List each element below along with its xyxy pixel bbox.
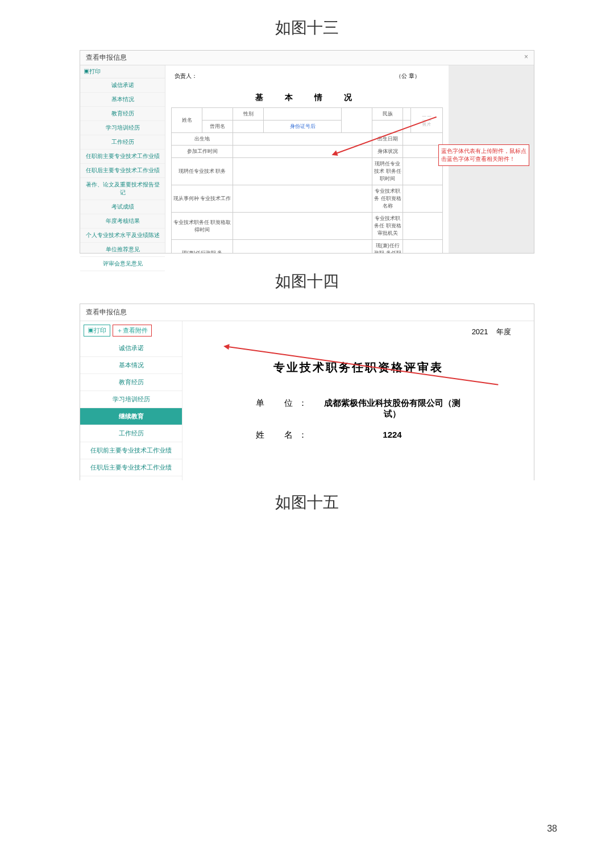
sidebar-item[interactable]: 教育经历 [80, 107, 165, 121]
cell-cjgzsj: 参加工作时间 [172, 146, 233, 158]
ss1-window-header: 查看申报信息 × [80, 51, 534, 65]
sidebar-item[interactable]: 个人专业技术水平及业绩陈述 [80, 229, 165, 243]
sidebar-item[interactable]: 基本情况 [80, 93, 165, 107]
page-number: 38 [547, 824, 557, 834]
cell-xpzyjs: 现聘任专业技术 职务 [172, 158, 233, 185]
ss1-sidebar: ▣打印 诚信承诺 基本情况 教育经历 学习培训经历 工作经历 任职前主要专业技术… [80, 65, 165, 253]
cell-mz: 民族 [372, 108, 403, 121]
print-button[interactable]: ▣打印 [84, 325, 110, 337]
sidebar-item[interactable]: 任职后主要专业技术工作业绩 [80, 459, 182, 476]
fig14-caption: 如图十四 [0, 271, 614, 292]
fig15-caption: 如图十五 [0, 492, 614, 513]
cell-cym: 曾用名 [202, 121, 233, 133]
annotation-callout: 蓝色字体代表有上传附件，鼠标点击蓝色字体可查看相关附件！ [438, 144, 529, 166]
cell-csd: 出生地 [172, 133, 233, 146]
unit-value: 成都紫极伟业科技股份有限公司（测试） [318, 398, 466, 420]
sidebar-item-active[interactable]: 继续教育 [80, 408, 182, 425]
year-line: 2021 年度 [194, 327, 522, 337]
sidebar-item[interactable]: 著作、论文及重要技术报告登记 [80, 178, 165, 200]
sidebar-item[interactable]: 基本情况 [80, 357, 182, 374]
ss1-window-title: 查看申报信息 [86, 53, 127, 63]
year-suffix: 年度 [496, 327, 511, 336]
cell-xb: 性别 [233, 108, 264, 121]
ss2-main: 2021 年度 专业技术职务任职资格评审表 单 位： 成都紫极伟业科技股份有限公… [182, 321, 534, 480]
cell-zyjszgjg: 专业技术职务任 职资格审批机关 [372, 213, 403, 240]
sidebar-item[interactable]: 学习培训经历 [80, 121, 165, 135]
view-attachments-button[interactable]: ＋查看附件 [113, 325, 152, 337]
ss2-window-header: 查看申报信息 [80, 304, 534, 321]
sidebar-item[interactable]: 诚信承诺 [80, 78, 165, 93]
cell-xcshz: 现从事何种 专业技术工作 [172, 185, 233, 213]
fzr-label: 负责人： [175, 72, 197, 80]
sidebar-item[interactable]: 年度考核结果 [80, 214, 165, 229]
name-label: 姓 名： [250, 430, 318, 441]
cell-sfzh[interactable]: 身份证号后 [264, 121, 342, 133]
cell-xpzyjssj: 现聘任专业技术 职务任职时间 [372, 158, 403, 185]
sidebar-item[interactable]: 任职后主要专业技术工作业绩 [80, 164, 165, 178]
fig13-caption: 如图十三 [0, 17, 614, 39]
sidebar-item[interactable]: 著作、论文及重要技术报告登记 [80, 476, 182, 480]
section-title: 基 本 情 况 [171, 93, 443, 103]
year-value: 2021 [472, 327, 488, 336]
sidebar-item[interactable]: 任职前主要专业技术工作业绩 [80, 442, 182, 459]
cell-xjrxzsj: 现(兼)任行政职 务任职时间 [372, 240, 403, 254]
cell-zyjszg: 专业技术职务任 职资格取得时间 [172, 213, 233, 240]
stamp-hint: （公 章） [396, 72, 420, 80]
cell-xm: 姓名 [172, 108, 202, 133]
sidebar-item[interactable]: 工作经历 [80, 425, 182, 442]
sidebar-item[interactable]: 单位推荐意见 [80, 243, 165, 257]
sidebar-item[interactable]: 学习培训经历 [80, 391, 182, 408]
ss1-main: 负责人： （公 章） 基 本 情 况 姓名 性别 民族 — —— —照 片 曾用… [165, 65, 449, 253]
screenshot-14: 查看申报信息 ▣打印 ＋查看附件 诚信承诺 基本情况 教育经历 学习培训经历 继… [80, 304, 534, 480]
sidebar-item[interactable]: 教育经历 [80, 374, 182, 391]
close-icon[interactable]: × [524, 53, 528, 63]
name-value: 1224 [318, 430, 466, 441]
sidebar-item[interactable]: 任职前主要专业技术工作业绩 [80, 149, 165, 164]
cell-xjrxz: 现(兼)任行政职 务 [172, 240, 233, 254]
form-title: 专业技术职务任职资格评审表 [194, 360, 522, 375]
unit-label: 单 位： [250, 398, 318, 420]
cell-stzk: 身体状况 [372, 146, 403, 158]
ss2-window-title: 查看申报信息 [86, 308, 127, 316]
sidebar-item[interactable]: 诚信承诺 [80, 340, 182, 357]
sidebar-item[interactable]: 评审会意见意见 [80, 257, 165, 271]
sidebar-item[interactable]: 工作经历 [80, 135, 165, 149]
sidebar-item[interactable]: 考试成绩 [80, 200, 165, 214]
screenshot-13: 查看申报信息 × ▣打印 诚信承诺 基本情况 教育经历 学习培训经历 工作经历 … [80, 50, 534, 254]
print-button[interactable]: ▣打印 [80, 65, 165, 78]
ss2-sidebar: ▣打印 ＋查看附件 诚信承诺 基本情况 教育经历 学习培训经历 继续教育 工作经… [80, 321, 182, 480]
cell-zyjszw: 专业技术职务 任职资格名称 [372, 185, 403, 213]
